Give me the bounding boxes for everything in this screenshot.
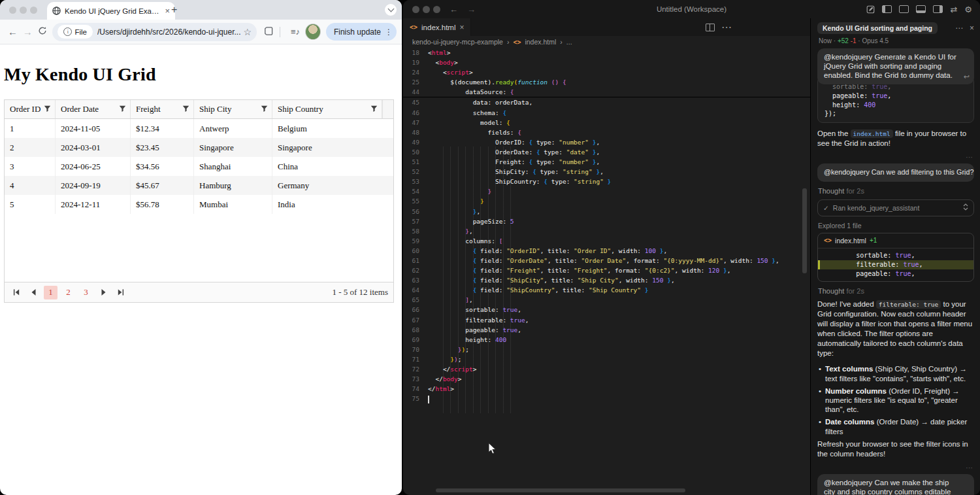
table-cell: Singapore bbox=[194, 138, 272, 157]
browser-menu-icon[interactable]: ⋮ bbox=[385, 27, 393, 37]
pager-page-2[interactable]: 2 bbox=[61, 286, 75, 299]
expand-icon[interactable] bbox=[963, 203, 968, 212]
bullet-text: Number columns (Order ID, Freight) → num… bbox=[825, 386, 974, 415]
filter-funnel-icon[interactable] bbox=[261, 105, 268, 112]
back-button[interactable]: ← bbox=[5, 26, 20, 37]
check-icon: ✓ bbox=[823, 204, 829, 212]
pager-first-icon[interactable] bbox=[10, 286, 23, 299]
chat-title-tab[interactable]: Kendo UI Grid sorting and paging bbox=[817, 22, 938, 34]
column-header-order-id[interactable]: Order ID bbox=[5, 100, 56, 118]
table-cell: Hamburg bbox=[194, 176, 272, 195]
minimize-window-button[interactable] bbox=[20, 7, 27, 14]
close-window-button[interactable] bbox=[9, 7, 16, 14]
column-header-ship-country[interactable]: Ship Country bbox=[272, 100, 382, 118]
editor-vertical-scrollbar[interactable] bbox=[802, 188, 807, 273]
toggle-panel-icon[interactable] bbox=[916, 5, 926, 13]
table-cell: 1 bbox=[5, 119, 56, 138]
grid-body: 12024-11-05$12.34AntwerpBelgium22024-03-… bbox=[5, 119, 393, 214]
tab-search-button[interactable] bbox=[385, 4, 397, 16]
table-cell: Antwerp bbox=[194, 119, 272, 138]
editor-traffic-lights[interactable] bbox=[409, 6, 440, 13]
pager-prev-icon[interactable] bbox=[27, 286, 40, 299]
code-line: 44 dataSource: { bbox=[403, 87, 810, 97]
history-forward-button[interactable]: → bbox=[467, 5, 476, 14]
text-cursor bbox=[428, 396, 429, 403]
browser-tab[interactable]: Kendo UI jQuery Grid Example × bbox=[47, 2, 175, 20]
layout-editor-icon[interactable] bbox=[899, 5, 909, 13]
bookmark-star-icon[interactable]: ☆ bbox=[243, 27, 252, 37]
pager-next-icon[interactable] bbox=[97, 286, 110, 299]
new-chat-icon[interactable] bbox=[866, 5, 875, 14]
url-path[interactable]: /Users/djirdehh/src/2026/kendo-ui-jquer.… bbox=[97, 27, 240, 37]
toggle-sidebar-icon[interactable] bbox=[882, 5, 892, 13]
filter-funnel-icon[interactable] bbox=[119, 105, 126, 112]
settings-gear-icon[interactable]: ⚙ bbox=[964, 5, 972, 14]
message-actions-icon[interactable]: ··· bbox=[817, 154, 973, 161]
tab-label: index.html bbox=[421, 24, 455, 31]
chat-close-icon[interactable]: × bbox=[970, 24, 974, 33]
table-row[interactable]: 42024-09-19$45.67HamburgGermany bbox=[5, 176, 393, 195]
history-back-button[interactable]: ← bbox=[449, 5, 458, 14]
table-row[interactable]: 22024-03-01$23.45SingaporeSingapore bbox=[5, 138, 393, 157]
mouse-cursor bbox=[488, 442, 498, 456]
pager-last-icon[interactable] bbox=[114, 286, 127, 299]
thought-duration[interactable]: Thought for 2s bbox=[818, 187, 974, 195]
inline-code: filterable: true bbox=[876, 300, 941, 309]
split-editor-icon[interactable] bbox=[706, 24, 715, 31]
pager-page-3[interactable]: 3 bbox=[79, 286, 93, 299]
tab-index-html[interactable]: <> index.html × bbox=[403, 18, 471, 36]
inline-code-filename[interactable]: index.html bbox=[851, 129, 893, 138]
code-editor[interactable]: 18<html>19 <body>24 <script>25 $(documen… bbox=[403, 48, 810, 495]
code-line: 19 <body> bbox=[403, 58, 810, 67]
toggle-secondary-sidebar-icon[interactable] bbox=[933, 5, 943, 13]
filter-funnel-icon[interactable] bbox=[182, 105, 189, 112]
profile-avatar[interactable] bbox=[305, 24, 321, 40]
bullet-text: Text columns (Ship City, Ship Country) →… bbox=[825, 364, 974, 383]
finish-update-button[interactable]: Finish update⋮ bbox=[326, 23, 397, 41]
side-panel-icon[interactable] bbox=[263, 26, 273, 38]
tool-call-card[interactable]: ✓ Ran kendo_jquery_assistant bbox=[817, 199, 974, 216]
layout-switch-icon[interactable]: ⇄ bbox=[950, 5, 957, 14]
browser-traffic-lights[interactable] bbox=[6, 7, 37, 14]
restore-checkpoint-icon[interactable]: ↩ bbox=[964, 169, 970, 179]
thought-duration[interactable]: Thought for 2s bbox=[818, 287, 974, 295]
address-bar[interactable]: iFile /Users/djirdehh/src/2026/kendo-ui-… bbox=[52, 23, 257, 41]
file-diff-card[interactable]: <> index.html +1 sortable: true, filtera… bbox=[817, 233, 974, 282]
restore-checkpoint-icon[interactable]: ↩ bbox=[964, 73, 970, 82]
html-file-icon: <> bbox=[513, 39, 521, 46]
pager-info: 1 - 5 of 12 items bbox=[332, 287, 388, 298]
reload-button[interactable] bbox=[35, 26, 50, 37]
table-row[interactable]: 12024-11-05$12.34AntwerpBelgium bbox=[5, 119, 393, 138]
breadcrumb-root[interactable]: kendo-ui-jquery-mcp-example bbox=[412, 38, 503, 46]
tab-close-icon[interactable]: × bbox=[459, 23, 464, 32]
message-actions-icon[interactable]: ··· bbox=[817, 465, 973, 471]
filter-funnel-icon[interactable] bbox=[370, 105, 378, 112]
minimize-window-button[interactable] bbox=[423, 6, 430, 13]
column-header-order-date[interactable]: Order Date bbox=[56, 100, 131, 118]
table-row[interactable]: 32024-06-25$34.56ShanghaiChina bbox=[5, 157, 393, 176]
breadcrumb-more[interactable]: ... bbox=[566, 38, 572, 46]
code-line: 25 $(document).ready(function () { bbox=[403, 77, 810, 87]
list-item: •Number columns (Order ID, Freight) → nu… bbox=[819, 386, 974, 415]
new-tab-button[interactable]: + bbox=[171, 4, 177, 16]
editor-more-actions-icon[interactable]: ⋯ bbox=[721, 21, 732, 33]
filter-funnel-icon[interactable] bbox=[44, 105, 51, 112]
editor-horizontal-scrollbar[interactable] bbox=[436, 488, 685, 492]
user-message-composer[interactable]: @kendojquery Can we make the ship city a… bbox=[817, 474, 974, 495]
forward-button[interactable]: → bbox=[20, 26, 35, 37]
file-card-header[interactable]: <> index.html +1 bbox=[818, 233, 973, 248]
zoom-window-button[interactable] bbox=[433, 6, 440, 13]
tab-close-icon[interactable]: × bbox=[165, 6, 170, 16]
url-scheme-label: File bbox=[74, 28, 87, 36]
close-window-button[interactable] bbox=[412, 6, 419, 13]
zoom-window-button[interactable] bbox=[30, 7, 37, 14]
column-header-ship-city[interactable]: Ship City bbox=[194, 100, 272, 118]
reading-list-icon[interactable]: ≡♪ bbox=[291, 27, 300, 37]
chat-more-icon[interactable]: ⋯ bbox=[955, 24, 963, 33]
table-row[interactable]: 52024-12-11$56.78MumbaiIndia bbox=[5, 195, 393, 214]
pager-page-1[interactable]: 1 bbox=[44, 286, 57, 299]
column-header-freight[interactable]: Freight bbox=[131, 100, 194, 118]
lines-added-badge: +52 bbox=[838, 37, 849, 44]
breadcrumb-file[interactable]: index.html bbox=[525, 38, 556, 46]
url-scheme-chip[interactable]: iFile bbox=[57, 25, 93, 39]
